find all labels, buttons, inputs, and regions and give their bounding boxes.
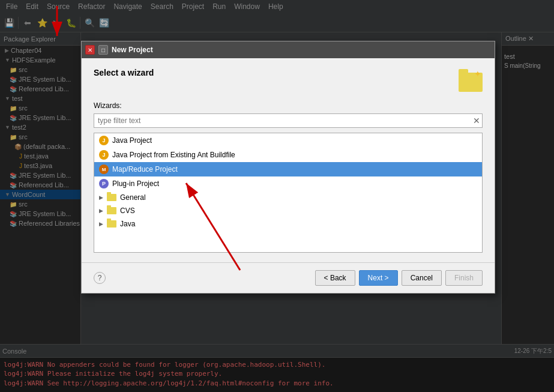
dialog-title: New Project [112, 46, 153, 54]
wizard-group-general[interactable]: ▶ General [94, 191, 482, 204]
dialog-titlebar: ✕ □ New Project [82, 41, 495, 58]
back-button[interactable]: < Back [315, 270, 355, 286]
general-label: General [120, 193, 146, 202]
next-button[interactable]: Next > [359, 270, 398, 286]
footer-buttons: < Back Next > Cancel Finish [315, 270, 483, 286]
new-project-dialog: ✕ □ New Project Select a wizard ✦ Wizard… [81, 41, 495, 294]
wizard-header: Select a wizard ✦ [94, 68, 483, 92]
filter-input-wrap: ✕ [94, 113, 483, 128]
plugin-label: Plug-in Project [112, 179, 159, 188]
expand-java-icon: ▶ [99, 221, 103, 227]
wizard-item-mapreduce[interactable]: M Map/Reduce Project [94, 162, 482, 176]
filter-clear-icon[interactable]: ✕ [473, 116, 480, 125]
finish-button[interactable]: Finish [445, 270, 483, 286]
wizard-item-java-project[interactable]: J Java Project [94, 133, 482, 148]
filter-input[interactable] [94, 113, 483, 128]
wizard-icon-wrap: ✦ [459, 68, 483, 92]
expand-general-icon: ▶ [99, 194, 103, 201]
java-ant-icon: J [99, 150, 109, 160]
dialog-close-button[interactable]: ✕ [85, 45, 95, 55]
wizard-item-plugin[interactable]: P Plug-in Project [94, 176, 482, 191]
cvs-folder-icon [107, 207, 116, 214]
wizard-item-java-ant[interactable]: J Java Project from Existing Ant Buildfi… [94, 148, 482, 162]
wizard-group-java[interactable]: ▶ Java [94, 217, 482, 231]
dialog-body: Select a wizard ✦ Wizards: ✕ J Java Proj… [82, 58, 495, 262]
java-folder-icon [107, 220, 116, 228]
mapreduce-icon: M [99, 164, 109, 174]
dialog-footer: ? < Back Next > Cancel Finish [82, 262, 495, 293]
general-folder-icon [107, 194, 116, 201]
wizard-list: J Java Project J Java Project from Exist… [94, 133, 483, 253]
help-button[interactable]: ? [94, 272, 106, 284]
java-ant-label: Java Project from Existing Ant Buildfile [112, 151, 235, 159]
java-project-icon: J [99, 136, 109, 145]
mapreduce-label: Map/Reduce Project [112, 165, 178, 173]
wizard-star-icon: ✦ [474, 69, 481, 79]
java-group-label: Java [120, 220, 135, 228]
wizard-subtitle: Select a wizard [94, 68, 154, 77]
dialog-restore-button[interactable]: □ [98, 45, 108, 55]
cvs-label: CVS [120, 207, 135, 215]
cancel-button[interactable]: Cancel [402, 270, 442, 286]
wizards-label: Wizards: [94, 101, 483, 110]
expand-cvs-icon: ▶ [99, 208, 103, 214]
wizard-group-cvs[interactable]: ▶ CVS [94, 204, 482, 217]
java-project-label: Java Project [112, 136, 152, 145]
plugin-icon: P [99, 179, 109, 188]
